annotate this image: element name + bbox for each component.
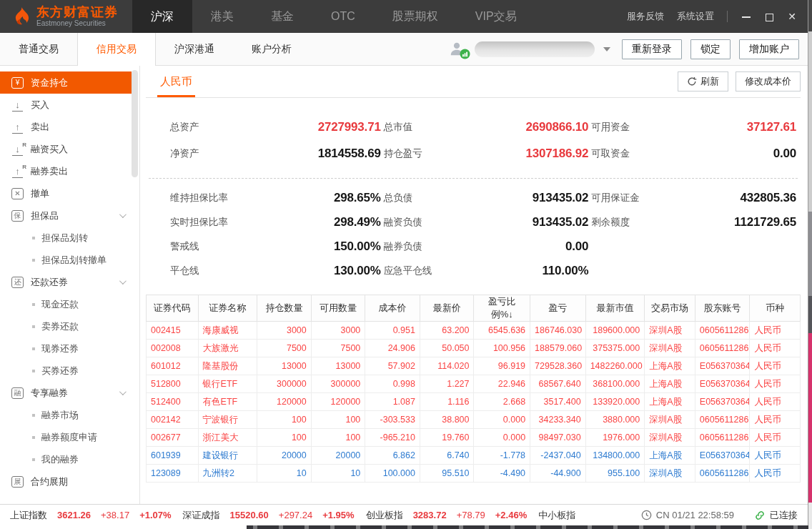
index-name: 上证指数 (10, 509, 47, 522)
sidebar-item-repay[interactable]: 还还款还券 (0, 271, 132, 293)
cell-qty: 13000 (257, 357, 312, 375)
link-system-settings[interactable]: 系统设置 (677, 10, 714, 23)
sidebar-subitem-securities-repay[interactable]: 现券还券 (0, 337, 139, 360)
index-value: 3283.72 (413, 510, 447, 520)
column-header-qty[interactable]: 持仓数量 (257, 295, 312, 322)
summary-value-available-funds: 37127.61 (660, 120, 799, 134)
link-service-feedback[interactable]: 服务反馈 (627, 10, 664, 23)
summary-value-emergency-close-line: 110.00% (452, 264, 592, 278)
add-account-button[interactable]: 增加账户 (739, 39, 799, 59)
cell-last: 1.227 (420, 375, 474, 393)
table-row-002008[interactable]: 002008大族激光7500750024.90650.050100.956188… (147, 340, 801, 357)
cell-market: 上海A股 (645, 357, 695, 375)
tab-hk-connect[interactable]: 沪深港通 (156, 33, 233, 65)
cell-ccy: 人民币 (750, 322, 801, 340)
sidebar-item-short-sell[interactable]: ↑R融券卖出 (0, 160, 132, 182)
refresh-button[interactable]: 刷新 (678, 71, 728, 92)
column-header-last[interactable]: 最新价 (420, 295, 474, 322)
table-row-002142[interactable]: 002142宁波银行100100-303.53338.8000.00034233… (147, 411, 801, 429)
cell-code: 002415 (147, 322, 199, 340)
sidebar-subitem-collateral-transfer[interactable]: 担保品划转 (0, 227, 139, 249)
sidebar-subitem-short-market[interactable]: 融券市场 (0, 404, 139, 426)
cell-last: 1.116 (420, 393, 474, 411)
cell-pnl: 68567.640 (530, 375, 586, 393)
column-header-ratio[interactable]: 盈亏比例%↓ (474, 295, 530, 322)
column-header-pnl[interactable]: 盈亏 (530, 295, 586, 322)
index-pct: +2.46% (495, 510, 527, 520)
sidebar-item-collateral[interactable]: 保担保品 (0, 204, 132, 227)
table-row-002677[interactable]: 002677浙江美大100100-965.21019.7600.00098497… (147, 429, 801, 447)
column-header-avail[interactable]: 可用数量 (311, 295, 365, 322)
cell-ratio: 100.956 (474, 340, 530, 357)
column-header-ccy[interactable]: 币种 (750, 295, 801, 322)
sidebar-item-margin-buy[interactable]: ↓R融资买入 (0, 138, 132, 160)
minimize-button[interactable] (741, 11, 752, 22)
title-tab-funds[interactable]: 基金 (252, 0, 312, 33)
sidebar-subitem-short-quota-apply[interactable]: 融券额度申请 (0, 426, 139, 448)
cell-acct: 0605611286 (695, 465, 750, 483)
table-row-512800[interactable]: 512800银行ETF3000003000000.9981.22722.9466… (147, 375, 801, 393)
account-display-blurred (475, 41, 595, 57)
modify-cost-button[interactable]: 修改成本价 (736, 71, 801, 92)
sidebar-item-contract-extension[interactable]: 展合约展期 (0, 470, 132, 493)
tab-rmb[interactable]: 人民币 (152, 66, 201, 97)
chevron-down-icon[interactable] (119, 211, 127, 218)
title-tab-hk-us[interactable]: 港美 (192, 0, 252, 33)
tab-account-analysis[interactable]: 账户分析 (233, 33, 310, 65)
title-tab-vip-trade[interactable]: VIP交易 (457, 0, 535, 33)
tab-credit-trade[interactable]: 信用交易 (77, 33, 156, 66)
table-row-123089[interactable]: 123089九洲转21010100.00095.510-4.490-44.900… (147, 465, 801, 483)
exclusive-short-icon: 融 (11, 387, 24, 399)
chevron-down-icon[interactable] (119, 277, 127, 285)
account-dropdown-icon[interactable] (603, 47, 610, 51)
summary-value-total-assets: 2727993.71 (244, 120, 384, 134)
sidebar-subitem-label: 融券额度申请 (41, 431, 97, 444)
sidebar-scrollbar-thumb[interactable] (132, 70, 138, 177)
tab-normal-trade[interactable]: 普通交易 (0, 33, 77, 65)
column-header-name[interactable]: 证券名称 (198, 295, 257, 322)
close-button[interactable]: ✕ (786, 11, 798, 22)
cell-name: 隆基股份 (198, 357, 257, 375)
cell-code: 002677 (147, 429, 199, 447)
table-row-002415[interactable]: 002415海康威视300030000.95163.2006545.636186… (147, 322, 801, 340)
chevron-down-icon[interactable] (119, 388, 127, 395)
yen-positions-icon: ¥ (11, 77, 24, 89)
index-chinext: 创业板指3283.72+78.79+2.46% (366, 509, 528, 522)
column-header-cost[interactable]: 成本价 (365, 295, 420, 322)
cell-avail: 10 (311, 465, 365, 483)
column-header-mktval[interactable]: 最新市值 (585, 295, 645, 322)
summary-label-emergency-close-line: 应急平仓线 (384, 264, 452, 277)
sidebar-item-fund-positions[interactable]: ¥资金持仓 (0, 71, 132, 94)
title-tab-stock-options[interactable]: 股票期权 (374, 0, 457, 33)
sidebar-subitem-collateral-transfer-cancel[interactable]: 担保品划转撤单 (0, 249, 139, 271)
column-header-market[interactable]: 交易市场 (645, 295, 695, 322)
cell-pnl: -44.900 (530, 465, 586, 483)
cell-code: 002008 (147, 340, 199, 357)
cell-pnl: -2437.040 (530, 447, 586, 465)
title-tab-otc[interactable]: OTC (312, 0, 374, 33)
sidebar-subitem-cash-repay[interactable]: 现金还款 (0, 293, 139, 315)
column-header-acct[interactable]: 股东账号 (695, 295, 750, 322)
sidebar-item-exclusive-short[interactable]: 融专享融券 (0, 382, 132, 404)
table-row-512400[interactable]: 512400有色ETF1200001200001.0871.1162.66835… (147, 393, 801, 411)
table-row-601012[interactable]: 601012隆基股份130001300057.902114.02096.9197… (147, 357, 801, 375)
sidebar-subitem-my-short[interactable]: 我的融券 (0, 448, 139, 470)
sidebar-subitem-buy-to-return[interactable]: 买券还券 (0, 360, 139, 382)
bullet-icon (32, 436, 35, 439)
cell-code: 512800 (147, 375, 199, 393)
market-tabs: 沪深港美基金OTC股票期权VIP交易 (132, 0, 535, 33)
title-tab-hushen[interactable]: 沪深 (132, 0, 192, 33)
sidebar-subitem-sell-to-repay[interactable]: 卖券还款 (0, 315, 139, 337)
cell-name: 海康威视 (198, 322, 257, 340)
lock-button[interactable]: 锁定 (690, 39, 731, 59)
maximize-button[interactable] (763, 11, 775, 22)
sidebar-item-cancel-order[interactable]: ✕撤单 (0, 182, 132, 204)
relogin-button[interactable]: 重新登录 (622, 39, 682, 59)
index-name: 深证成指 (183, 509, 220, 522)
sidebar-item-sell[interactable]: ↑卖出 (0, 116, 132, 138)
table-row-601939[interactable]: 601939建设银行20000200006.8626.740-1.778-243… (147, 447, 801, 465)
sidebar-item-buy[interactable]: ↓买入 (0, 94, 132, 116)
column-header-code[interactable]: 证券代码 (147, 295, 199, 322)
cell-code: 123089 (147, 465, 199, 483)
background-window-sliver-right (808, 0, 812, 529)
